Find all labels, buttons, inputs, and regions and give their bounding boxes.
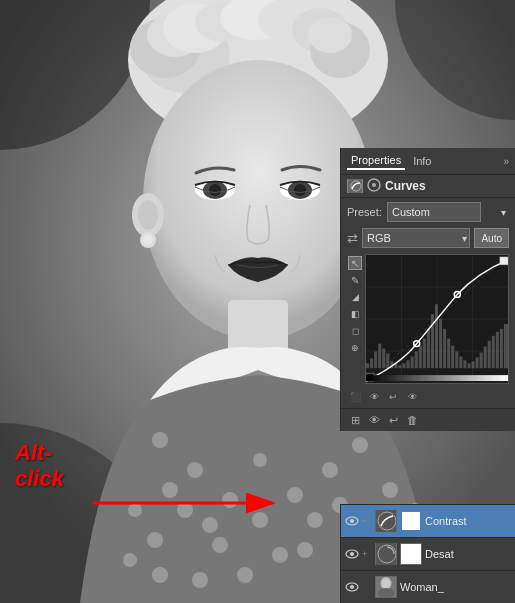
toolbar-grid-icon[interactable]: ⊞ (347, 412, 363, 428)
svg-point-50 (253, 453, 267, 467)
svg-rect-82 (427, 329, 430, 368)
svg-rect-81 (423, 339, 426, 369)
svg-point-60 (372, 183, 376, 187)
svg-rect-77 (407, 360, 410, 368)
eyedropper-light-tool[interactable]: ◻ (348, 324, 362, 338)
preset-row: Preset: Custom Default Strong Contrast L… (341, 198, 515, 226)
graph-bottom-tools: ⬛ 👁 ↩ 👁 (341, 386, 515, 408)
panel-bottom-toolbar: ⊞ 👁 ↩ 🗑 (341, 408, 515, 431)
channel-row: ⇄ RGB Red Green Blue Auto (341, 226, 515, 252)
layer-row-desat[interactable]: + Desat (341, 538, 515, 570)
eyedropper-dark-tool[interactable]: ◢ (348, 290, 362, 304)
curves-small-icon (348, 179, 362, 193)
graph-tool-2[interactable]: 👁 (366, 389, 382, 405)
sample-tool[interactable]: ⊕ (348, 341, 362, 355)
svg-rect-76 (403, 363, 406, 368)
svg-point-36 (322, 462, 338, 478)
svg-point-43 (152, 567, 168, 583)
layer-thumb-desat (375, 543, 397, 565)
graph-tool-3[interactable]: ↩ (385, 389, 401, 405)
svg-point-15 (143, 60, 373, 340)
layer-mask-contrast (400, 510, 422, 532)
svg-point-35 (287, 487, 303, 503)
svg-rect-91 (463, 360, 466, 368)
svg-point-113 (350, 552, 354, 556)
channel-dropdown-wrapper: RGB Red Green Blue (362, 228, 470, 248)
layer-visibility-desat[interactable] (345, 547, 359, 561)
svg-point-117 (350, 585, 354, 589)
svg-point-48 (382, 482, 398, 498)
svg-point-23 (138, 200, 158, 230)
toolbar-trash-icon[interactable]: 🗑 (404, 412, 420, 428)
layer-visibility-woman[interactable] (345, 580, 359, 594)
svg-rect-93 (471, 361, 474, 368)
circle-icon-svg (367, 178, 381, 192)
tab-properties[interactable]: Properties (347, 152, 405, 170)
toolbar-eye-icon[interactable]: 👁 (366, 412, 382, 428)
pointer-tool[interactable]: ↖ (348, 256, 362, 270)
target-circle-icon (367, 178, 381, 194)
expand-icon[interactable]: » (503, 156, 509, 167)
svg-rect-95 (480, 352, 483, 368)
svg-rect-110 (376, 510, 396, 532)
pen-tool[interactable]: ✎ (348, 273, 362, 287)
svg-rect-79 (415, 351, 418, 368)
layer-link-contrast: + (362, 516, 372, 526)
tab-info[interactable]: Info (409, 153, 435, 169)
svg-point-21 (294, 184, 306, 196)
layers-panel: + Contrast + (340, 504, 515, 603)
svg-rect-94 (476, 357, 479, 368)
graph-tool-4[interactable]: 👁 (404, 389, 420, 405)
svg-rect-78 (411, 356, 414, 368)
svg-rect-107 (366, 375, 508, 381)
layer-row-woman[interactable]: + Woman_ (341, 571, 515, 603)
curves-adjustment-icon (347, 179, 363, 193)
svg-rect-85 (439, 319, 442, 368)
arrow-container (88, 488, 288, 520)
alt-click-label: Alt- click (15, 440, 64, 493)
svg-point-28 (152, 432, 168, 448)
svg-point-37 (352, 437, 368, 453)
layer-visibility-contrast[interactable] (345, 514, 359, 528)
layer-thumb-woman (375, 576, 397, 598)
preset-label: Preset: (347, 206, 383, 218)
svg-rect-89 (455, 351, 458, 368)
graph-tool-1[interactable]: ⬛ (347, 389, 363, 405)
layer-thumb-contrast (375, 510, 397, 532)
svg-point-40 (272, 547, 288, 563)
channel-select[interactable]: RGB Red Green Blue (362, 228, 470, 248)
layer-name-desat: Desat (425, 548, 511, 560)
eye-icon-contrast (345, 516, 359, 526)
svg-rect-70 (378, 344, 381, 369)
svg-rect-87 (447, 339, 450, 369)
layer-row-contrast[interactable]: + Contrast (341, 505, 515, 537)
eye-icon-woman (345, 582, 359, 592)
svg-rect-69 (374, 351, 377, 368)
svg-rect-67 (366, 363, 369, 368)
toolbar-undo-icon[interactable]: ↩ (385, 412, 401, 428)
adjustment-curves-icon (376, 510, 396, 532)
svg-rect-96 (484, 347, 487, 369)
layer-name-contrast: Contrast (425, 515, 511, 527)
svg-point-49 (297, 542, 313, 558)
svg-rect-92 (467, 363, 470, 368)
svg-point-18 (209, 184, 221, 196)
preset-dropdown[interactable]: Custom Default Strong Contrast Linear Me… (387, 202, 481, 222)
eye-icon-desat (345, 549, 359, 559)
svg-rect-72 (386, 353, 389, 368)
svg-point-33 (212, 537, 228, 553)
auto-button[interactable]: Auto (474, 228, 509, 248)
svg-rect-100 (500, 329, 503, 368)
svg-rect-71 (382, 349, 385, 369)
curves-title: Curves (385, 179, 426, 193)
svg-rect-101 (504, 324, 508, 368)
svg-point-52 (123, 553, 137, 567)
svg-rect-98 (492, 336, 495, 368)
eyedropper-mid-tool[interactable]: ◧ (348, 307, 362, 321)
svg-rect-99 (496, 332, 499, 368)
svg-rect-75 (398, 365, 401, 368)
layer-link-desat: + (362, 549, 372, 559)
svg-rect-90 (459, 356, 462, 368)
curves-svg (366, 255, 508, 383)
alt-click-text: Alt- click (15, 440, 64, 491)
